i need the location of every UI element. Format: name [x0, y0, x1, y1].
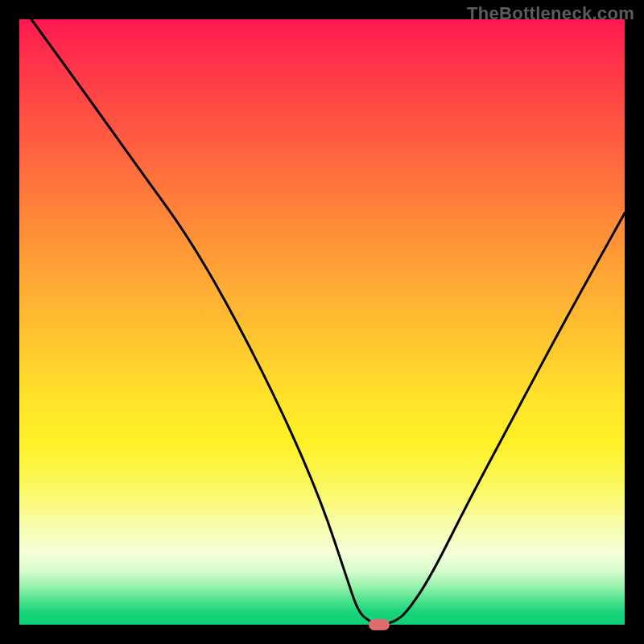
- chart-frame: TheBottleneck.com: [0, 0, 644, 644]
- background-gradient: [19, 19, 625, 625]
- optimum-marker: [369, 619, 390, 630]
- watermark-text: TheBottleneck.com: [467, 3, 634, 24]
- plot-area: [19, 19, 625, 625]
